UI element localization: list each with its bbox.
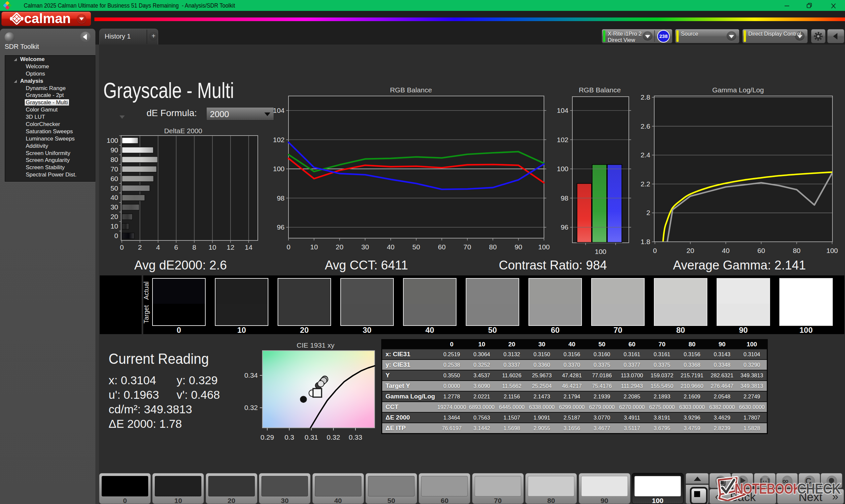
tree-item-label: Analysis [20,78,43,84]
tree-item-label: Grayscale - 2pt [26,92,64,98]
tree-item-grayscale-multi[interactable]: Grayscale - Multi [5,99,95,106]
back-button[interactable]: «Back [709,489,776,504]
meter-mode: Direct View [608,37,635,43]
patch-swatch [155,476,201,497]
tree-item-dynamic-range[interactable]: Dynamic Range [5,85,95,92]
panel [694,491,700,497]
panel-collapse-button[interactable] [827,29,844,43]
patch-button-100[interactable]: 100 [632,473,684,504]
minimize-button[interactable] [779,0,794,11]
tree-expander-icon[interactable] [14,80,17,83]
tree-item-label: Luminance Sweeps [26,136,75,142]
tree-item-label: Grayscale - Multi [25,99,69,106]
source-name: Source [681,31,698,37]
tree-item-color-gamut[interactable]: Color Gamut [5,106,95,113]
continuous-mode-button[interactable]: ∞ [776,473,798,488]
title-bar: Calman 2025 Calman Ultimate for Business… [0,0,845,11]
tree-item-label: Additivity [26,143,48,149]
patch-label: 40 [313,497,364,504]
tree-item-options[interactable]: Options [5,70,95,77]
refresh-button[interactable]: C [798,473,820,488]
patch-swatch [475,476,521,497]
patch-button-10[interactable]: 10 [152,473,204,504]
patch-swatch [421,476,468,497]
calman-menu-button[interactable]: calman [1,12,91,26]
patch-label: 60 [419,497,470,504]
window-title: Calman 2025 Calman Ultimate for Business… [24,0,235,11]
tree-item-screen-angularity[interactable]: Screen Angularity [5,157,95,164]
calman-menu-arrow-icon [77,14,86,23]
patch-button-70[interactable]: 70 [472,473,524,504]
tree-item-screen-stability[interactable]: Screen Stability [5,164,95,171]
display-control-name: Direct Display Control [748,31,801,37]
tree-item-label: Dynamic Range [26,85,66,91]
patch-label: 20 [206,497,257,504]
patch-button-30[interactable]: 30 [259,473,311,504]
tree-item-welcome[interactable]: Welcome [5,63,95,70]
tab-history-1[interactable]: History 1 + [99,29,158,44]
patch-label: 0 [99,497,151,504]
chart-group [10,13,23,24]
meter-dropdown[interactable]: X-Rite i1Pro 2 Direct View 238 [602,29,672,43]
settings-button[interactable] [811,29,826,43]
tree-item-screen-uniformity[interactable]: Screen Uniformity [5,150,95,157]
patch-button-50[interactable]: 50 [365,473,417,504]
next-button[interactable]: Next» [777,489,844,504]
tree-item-spectral-power-dist-[interactable]: Spectral Power Dist. [5,171,95,178]
tab-history-label: History 1 [105,33,131,40]
tree-item-colorchecker[interactable]: ColorChecker [5,121,95,128]
source-dropdown[interactable]: Source [675,29,739,43]
analysis-page: Grayscale - Multi dE Formula: 2000 01020… [99,44,845,504]
patch-label: 90 [579,497,630,504]
patch-label: 10 [153,497,204,504]
tree-item-saturation-sweeps[interactable]: Saturation Sweeps [5,128,95,135]
patch-swatch [368,476,415,497]
meter-divider [654,30,655,42]
patch-swatch [581,476,628,497]
patch-scroll-up-button[interactable] [686,473,709,484]
tree-item-label: Saturation Sweeps [26,128,73,134]
menu-bar: calman [0,11,845,29]
patch-label: 100 [632,497,683,504]
patch-button-20[interactable]: 20 [206,473,258,504]
up-arrow-icon [694,476,701,481]
patch-swatch [261,476,308,497]
close-button[interactable] [826,0,841,11]
chart-dot [817,35,819,37]
patch-button-80[interactable]: 80 [525,473,577,504]
add-tab-button[interactable]: + [149,32,158,40]
patch-button-40[interactable]: 40 [312,473,364,504]
patch-grid-button[interactable] [686,485,709,504]
tree-item-additivity[interactable]: Additivity [5,143,95,150]
panel [719,479,721,482]
patch-label: 70 [472,497,524,504]
record-button[interactable] [821,473,842,488]
restore-button[interactable] [802,0,817,11]
patch-button-60[interactable]: 60 [419,473,470,504]
patch-swatch [102,476,148,497]
tree-expander-icon[interactable] [14,58,17,61]
next-chevrons-icon: » [832,490,839,503]
chart-group [10,15,23,23]
patch-swatch [315,476,362,497]
chart-path [831,4,835,8]
play-button[interactable] [732,473,753,488]
patch-swatch [208,476,255,497]
patch-size-button[interactable]: [··] [754,473,776,488]
tree-item-grayscale-2pt[interactable]: Grayscale - 2pt [5,92,95,99]
patch-window-mode-button[interactable] [709,473,731,488]
back-label: Back [710,490,776,504]
display-control-dropdown[interactable]: Direct Display Control [742,29,808,43]
patch-button-90[interactable]: 90 [579,473,631,504]
patch-button-0[interactable]: 0 [99,473,151,504]
sidebar-splitter[interactable] [95,29,99,504]
app-icon [3,1,12,10]
gear-icon [813,31,824,41]
tree-item-luminance-sweeps[interactable]: Luminance Sweeps [5,135,95,143]
tree-item-analysis[interactable]: Analysis [5,77,95,85]
tree-item-3d-lut[interactable]: 3D LUT [5,113,95,121]
calman-logo-icon [10,13,23,25]
sidebar-collapse-button[interactable] [80,32,90,42]
tree-item-welcome[interactable]: Welcome [5,56,95,63]
tree-item-label: ColorChecker [26,121,60,127]
